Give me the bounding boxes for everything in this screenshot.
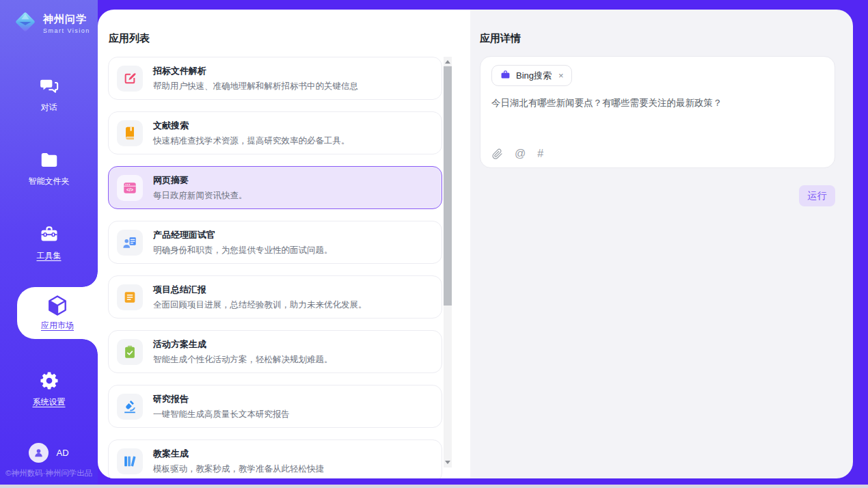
app-list-panel: 应用列表 招标文件解析帮助用户快速、准确地理解和解析招标书中的关键信息文献搜索快… <box>98 10 470 478</box>
prompt-input-card[interactable]: Bing搜索 × 今日湖北有哪些新闻要点？有哪些需要关注的最新政策？ @ # <box>480 56 835 168</box>
toolbox-icon <box>39 223 59 245</box>
scroll-up-icon[interactable] <box>445 60 450 64</box>
app-list-item[interactable]: 教案生成模板驱动，教案秒成，教学准备从此轻松快捷 <box>108 439 442 478</box>
mention-icon[interactable]: @ <box>515 148 526 160</box>
query-text[interactable]: 今日湖北有哪些新闻要点？有哪些需要关注的最新政策？ <box>491 97 824 109</box>
paperclip-icon[interactable] <box>492 148 503 160</box>
sidebar-item-label: 对话 <box>41 102 57 113</box>
sidebar-item-label: 工具集 <box>37 250 62 262</box>
gear-icon <box>39 370 59 392</box>
microscope-icon <box>117 394 143 420</box>
app-item-name: 活动方案生成 <box>153 338 333 351</box>
edit-icon <box>117 66 143 92</box>
app-list-item[interactable]: 项目总结汇报全面回顾项目进展，总结经验教训，助力未来优化发展。 <box>108 275 442 318</box>
avatar <box>29 443 49 463</box>
app-item-desc: 快速精准查找学术资源，提高研究效率的必备工具。 <box>153 135 350 147</box>
sidebar-item-label: 智能文件夹 <box>29 176 70 187</box>
sidebar-item-5[interactable]: 系统设置 <box>0 370 98 408</box>
app-list-item[interactable]: 产品经理面试官明确身份和职责，为您提供专业性的面试问题。 <box>108 221 442 264</box>
scroll-down-icon[interactable] <box>445 461 450 464</box>
app-list-item[interactable]: 招标文件解析帮助用户快速、准确地理解和解析招标书中的关键信息 <box>108 57 442 100</box>
tool-tag-bing[interactable]: Bing搜索 × <box>491 65 572 86</box>
sidebar-item-4[interactable]: 应用市场 <box>17 287 98 339</box>
tool-tag-label: Bing搜索 <box>516 70 552 82</box>
app-item-name: 研究报告 <box>153 393 290 405</box>
books-icon <box>117 448 143 474</box>
close-icon[interactable]: × <box>558 70 564 81</box>
attach-toolbar: @ # <box>492 148 543 160</box>
sidebar: 神州问学 Smart Vision 对话智能文件夹工具集应用市场系统设置 AD … <box>0 0 98 485</box>
run-button[interactable]: 运行 <box>799 185 835 206</box>
notepad-icon <box>117 284 143 310</box>
sidebar-item-2[interactable]: 智能文件夹 <box>0 149 98 187</box>
app-list-item[interactable]: 活动方案生成智能生成个性化活动方案，轻松解决规划难题。 <box>108 330 442 373</box>
user-initials: AD <box>56 448 68 458</box>
briefcase-icon <box>500 70 511 82</box>
sidebar-item-1[interactable]: 对话 <box>0 75 98 113</box>
svg-text:</>: </> <box>126 187 133 191</box>
folder-icon <box>39 149 59 171</box>
bottom-strip <box>0 485 868 488</box>
browser-code-icon: </> <box>117 175 143 201</box>
app-item-name: 文献搜索 <box>153 120 350 132</box>
user-row[interactable]: AD <box>0 443 98 463</box>
app-item-name: 项目总结汇报 <box>153 284 367 296</box>
clipboard-check-icon <box>117 339 143 365</box>
app-list-title: 应用列表 <box>109 32 470 45</box>
book-icon <box>117 120 143 146</box>
scroll-thumb[interactable] <box>444 66 452 306</box>
app-item-desc: 每日政府新闻资讯快查。 <box>153 190 247 202</box>
scrollbar[interactable] <box>444 57 452 467</box>
app-item-desc: 明确身份和职责，为您提供专业性的面试问题。 <box>153 245 333 256</box>
app-item-name: 产品经理面试官 <box>153 229 333 241</box>
app-detail-title: 应用详情 <box>480 32 853 45</box>
cube-icon <box>45 295 70 316</box>
chat-icon <box>39 75 59 97</box>
copyright: ©神州数码·神州问学出品 <box>5 468 92 478</box>
app-list-item[interactable]: </>网页摘要每日政府新闻资讯快查。 <box>108 166 442 209</box>
sidebar-item-label: 应用市场 <box>41 320 74 331</box>
app-item-name: 网页摘要 <box>153 174 247 187</box>
app-item-desc: 全面回顾项目进展，总结经验教训，助力未来优化发展。 <box>153 299 367 311</box>
app-list-item[interactable]: 研究报告一键智能生成高质量长文本研究报告 <box>108 385 442 428</box>
sidebar-nav: 对话智能文件夹工具集应用市场系统设置 <box>0 0 98 485</box>
interviewer-icon <box>117 230 143 256</box>
sidebar-item-label: 系统设置 <box>33 396 66 408</box>
app-list: 招标文件解析帮助用户快速、准确地理解和解析招标书中的关键信息文献搜索快速精准查找… <box>108 57 442 478</box>
app-item-desc: 智能生成个性化活动方案，轻松解决规划难题。 <box>153 354 333 366</box>
app-list-item[interactable]: 文献搜索快速精准查找学术资源，提高研究效率的必备工具。 <box>108 111 442 154</box>
sidebar-item-3[interactable]: 工具集 <box>0 223 98 262</box>
app-item-name: 招标文件解析 <box>153 65 358 77</box>
topic-icon[interactable]: # <box>537 148 543 160</box>
app-item-name: 教案生成 <box>153 448 324 460</box>
app-item-desc: 一键智能生成高质量长文本研究报告 <box>153 409 290 420</box>
app-item-desc: 帮助用户快速、准确地理解和解析招标书中的关键信息 <box>153 81 358 92</box>
app-item-desc: 模板驱动，教案秒成，教学准备从此轻松快捷 <box>153 463 324 475</box>
app-detail-panel: 应用详情 Bing搜索 × 今日湖北有哪些新闻要点？有哪些需要关注的最新政策？ … <box>470 10 853 478</box>
